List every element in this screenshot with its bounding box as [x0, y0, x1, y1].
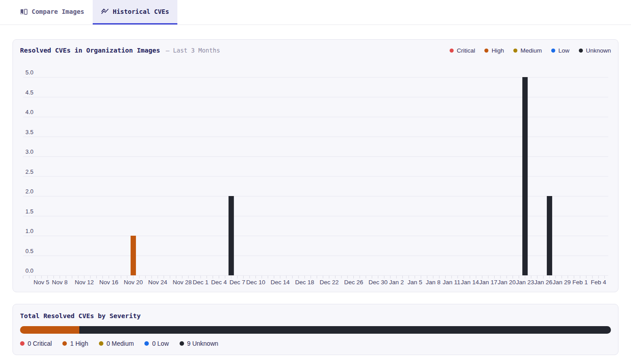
x-tick-label-dec-4: Dec 4 — [211, 279, 227, 286]
x-tick-label-dec-7: Dec 7 — [229, 279, 245, 286]
legend-item-total-medium: 0 Medium — [99, 340, 134, 347]
legend-item-critical: Critical — [450, 47, 475, 54]
cve-history-chart: 0.00.51.01.52.02.53.03.54.04.55.0Nov 5No… — [13, 40, 619, 292]
y-tick-label-1.5: 1.5 — [25, 208, 33, 215]
total-medium-dot — [99, 341, 103, 346]
x-tick-label-feb-4: Feb 4 — [591, 279, 606, 286]
y-tick-label-0.0: 0.0 — [25, 267, 33, 274]
critical-dot — [450, 49, 454, 53]
bar-unknown-jan-23[interactable] — [522, 77, 528, 275]
y-tick-label-1.0: 1.0 — [25, 228, 33, 234]
x-tick-label-nov-28: Nov 28 — [173, 279, 192, 286]
x-tick-label-jan-11: Jan 11 — [443, 279, 461, 286]
tab-historical-cves-label: Historical CVEs — [113, 8, 169, 15]
x-tick-label-dec-22: Dec 22 — [320, 279, 339, 286]
bar-unknown-dec-6[interactable] — [229, 196, 234, 275]
total-low-label: 0 Low — [152, 340, 168, 347]
critical-label: Critical — [457, 47, 475, 54]
x-tick-label-dec-14: Dec 14 — [270, 279, 290, 286]
tab-historical-cves[interactable]: Historical CVEs — [93, 0, 177, 25]
y-tick-label-2.0: 2.0 — [25, 188, 33, 195]
y-tick-label-2.5: 2.5 — [25, 168, 33, 175]
total-low-dot — [144, 341, 149, 346]
x-tick-label-jan-2: Jan 2 — [389, 279, 404, 286]
x-tick-label-nov-8: Nov 8 — [52, 279, 68, 286]
totals-title: Total Resolved CVEs by Severity — [20, 312, 611, 319]
chart-legend: CriticalHighMediumLowUnknown — [450, 47, 611, 54]
chart-title-group: Resolved CVEs in Organization Images — L… — [20, 46, 220, 54]
bar-unknown-jan-27[interactable] — [547, 196, 552, 275]
resolved-cves-chart-card: Resolved CVEs in Organization Images — L… — [12, 39, 619, 292]
tab-compare-images[interactable]: Compare Images — [12, 0, 93, 25]
legend-item-unknown: Unknown — [579, 47, 611, 54]
x-tick-label-jan-26: Jan 26 — [534, 279, 553, 286]
low-label: Low — [558, 47, 570, 54]
x-tick-label-nov-24: Nov 24 — [148, 279, 168, 286]
x-tick-label-jan-8: Jan 8 — [426, 279, 441, 286]
totals-card: Total Resolved CVEs by Severity 0 Critic… — [12, 304, 619, 355]
x-tick-label-dec-1: Dec 1 — [193, 279, 209, 286]
total-high-dot — [62, 341, 67, 346]
legend-item-high: High — [484, 47, 504, 54]
x-tick-label-nov-12: Nov 12 — [75, 279, 94, 286]
x-tick-label-jan-14: Jan 14 — [461, 279, 479, 286]
x-tick-label-dec-30: Dec 30 — [369, 279, 388, 286]
tab-compare-images-label: Compare Images — [32, 8, 84, 15]
x-tick-label-jan-23: Jan 23 — [516, 279, 534, 286]
x-tick-label-feb-1: Feb 1 — [573, 279, 588, 286]
legend-item-low: Low — [551, 47, 570, 54]
total-unknown-dot — [180, 341, 184, 346]
x-tick-label-dec-18: Dec 18 — [295, 279, 314, 286]
x-tick-label-jan-5: Jan 5 — [407, 279, 422, 286]
x-tick-label-nov-5: Nov 5 — [33, 279, 49, 286]
y-tick-label-4.5: 4.5 — [25, 89, 33, 96]
line-chart-icon — [101, 8, 109, 16]
total-unknown-label: 9 Unknown — [187, 340, 218, 347]
bar-segment-high — [20, 326, 79, 334]
y-tick-label-3.5: 3.5 — [25, 129, 33, 135]
x-tick-label-dec-26: Dec 26 — [344, 279, 363, 286]
total-medium-label: 0 Medium — [107, 340, 134, 347]
compare-images-icon — [20, 8, 28, 16]
x-tick-label-nov-20: Nov 20 — [124, 279, 143, 286]
legend-item-total-unknown: 9 Unknown — [180, 340, 218, 347]
unknown-dot — [579, 49, 583, 53]
legend-item-total-low: 0 Low — [144, 340, 168, 347]
legend-item-total-critical: 0 Critical — [20, 340, 52, 347]
severity-stacked-bar — [20, 326, 611, 334]
y-tick-label-0.5: 0.5 — [25, 248, 33, 254]
chart-title: Resolved CVEs in Organization Images — [20, 47, 160, 54]
bar-high-nov-20[interactable] — [131, 236, 136, 275]
chart-card-header: Resolved CVEs in Organization Images — L… — [20, 46, 611, 54]
total-critical-dot — [20, 341, 25, 346]
y-tick-label-3.0: 3.0 — [25, 148, 33, 155]
legend-item-total-high: 1 High — [62, 340, 88, 347]
y-tick-label-5.0: 5.0 — [25, 69, 33, 76]
x-tick-label-jan-29: Jan 29 — [553, 279, 571, 286]
unknown-label: Unknown — [586, 47, 611, 54]
bar-segment-unknown — [79, 326, 611, 334]
medium-label: Medium — [520, 47, 542, 54]
legend-item-medium: Medium — [513, 47, 542, 54]
high-label: High — [492, 47, 504, 54]
x-tick-label-jan-17: Jan 17 — [479, 279, 497, 286]
total-high-label: 1 High — [70, 340, 88, 347]
x-tick-label-jan-20: Jan 20 — [498, 279, 516, 286]
tab-bar: Compare Images Historical CVEs — [0, 0, 631, 25]
x-tick-label-dec-10: Dec 10 — [246, 279, 265, 286]
y-tick-label-4.0: 4.0 — [25, 109, 33, 115]
chart-subtitle: — Last 3 Months — [162, 47, 220, 54]
high-dot — [484, 49, 488, 53]
x-tick-label-nov-16: Nov 16 — [99, 279, 119, 286]
medium-dot — [513, 49, 517, 53]
totals-legend: 0 Critical1 High0 Medium0 Low9 Unknown — [20, 340, 611, 347]
total-critical-label: 0 Critical — [28, 340, 52, 347]
low-dot — [551, 49, 555, 53]
